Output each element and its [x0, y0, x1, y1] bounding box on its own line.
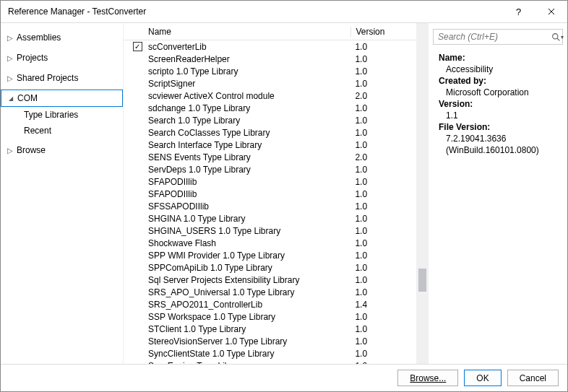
list-item[interactable]: SPPComApiLib 1.0 Type Library1.0	[124, 261, 429, 274]
list-item-name: ScreenReaderHelper	[145, 54, 350, 64]
list-item-version: 1.0	[350, 165, 418, 175]
list-item-name: SRS_APO_Universal 1.0 Type Library	[145, 287, 350, 297]
list-item[interactable]: SRS_APO_Universal 1.0 Type Library1.0	[124, 286, 429, 298]
list-scrollbar[interactable]	[416, 23, 429, 364]
list-item[interactable]: StereoVisionServer 1.0 Type Library1.0	[124, 335, 429, 347]
nav-subitem-type-libraries[interactable]: Type Libraries	[1, 107, 123, 123]
list-item-name: Sql Server Projects Extensibility Librar…	[145, 275, 350, 285]
list-item-version: 1.0	[350, 238, 418, 248]
chevron-right-icon: ▷	[7, 34, 14, 42]
chevron-right-icon: ▷	[7, 147, 14, 154]
list-item[interactable]: Search CoClasses Type Library1.0	[124, 126, 429, 139]
list-item[interactable]: SFAPODIIlib1.0	[124, 188, 429, 200]
list-item[interactable]: ScreenReaderHelper1.0	[124, 53, 429, 65]
list-item-name: SSP Workspace 1.0 Type Library	[145, 312, 350, 322]
close-button[interactable]	[535, 1, 567, 22]
reference-details: Name: Accessibility Created by: Microsof…	[429, 51, 567, 156]
list-item-name: SFAPODIIlib	[145, 177, 350, 187]
list-item-name: StereoVisionServer 1.0 Type Library	[145, 336, 350, 347]
nav-item-label: Browse	[17, 145, 46, 155]
list-item-version: 1.0	[350, 312, 418, 322]
nav-item-com[interactable]: ◢COM	[1, 90, 123, 107]
list-item-name: SyncEngine Type Library	[145, 361, 350, 365]
help-button[interactable]: ?	[502, 1, 535, 22]
list-item-checkbox[interactable]: ✓	[129, 42, 145, 51]
scrollbar-thumb[interactable]	[418, 269, 426, 292]
list-item[interactable]: Sql Server Projects Extensibility Librar…	[124, 274, 429, 286]
list-item-version: 1.0	[350, 336, 418, 347]
list-item[interactable]: SHGINA 1.0 Type Library1.0	[124, 212, 429, 225]
list-item-version: 1.0	[350, 66, 418, 77]
list-item-version: 1.0	[350, 275, 418, 285]
list-item[interactable]: SyncEngine Type Library1.0	[124, 360, 429, 364]
nav-item-label: COM	[17, 93, 38, 103]
list-item-name: sdchange 1.0 Type Library	[145, 103, 350, 113]
list-item[interactable]: Search Interface Type Library1.0	[124, 139, 429, 151]
chevron-right-icon: ▷	[7, 54, 14, 62]
list-item-name: SHGINA 1.0 Type Library	[145, 214, 350, 224]
nav-item-browse[interactable]: ▷Browse	[1, 141, 123, 159]
search-box[interactable]: ▾	[433, 29, 563, 45]
detail-filever-label: File Version:	[439, 121, 563, 133]
list-item[interactable]: SFAPODIIlib1.0	[124, 175, 429, 188]
list-item[interactable]: scripto 1.0 Type Library1.0	[124, 65, 429, 77]
reference-manager-window: Reference Manager - TestConverter ? ▷Ass…	[0, 0, 568, 392]
cancel-button[interactable]: Cancel	[507, 370, 559, 386]
list-item[interactable]: Search 1.0 Type Library1.0	[124, 114, 429, 126]
list-item[interactable]: SyncClientState 1.0 Type Library1.0	[124, 347, 429, 360]
list-item[interactable]: scviewer ActiveX Control module2.0	[124, 90, 429, 102]
browse-button[interactable]: Browse...	[397, 370, 458, 386]
detail-name-label: Name:	[439, 52, 563, 64]
search-icon[interactable]	[551, 30, 561, 44]
detail-createdby-value: Microsoft Corporation	[439, 87, 563, 98]
column-version[interactable]: Version	[350, 27, 418, 37]
list-item[interactable]: SPP WMI Provider 1.0 Type Library1.0	[124, 249, 429, 261]
list-item-name: SPP WMI Provider 1.0 Type Library	[145, 251, 350, 261]
close-icon	[548, 8, 555, 15]
list-item-version: 1.0	[350, 251, 418, 261]
reference-list[interactable]: ✓scConverterLib1.0ScreenReaderHelper1.0s…	[124, 40, 429, 364]
nav-item-projects[interactable]: ▷Projects	[1, 49, 123, 66]
nav-item-assemblies[interactable]: ▷Assemblies	[1, 29, 123, 46]
list-item[interactable]: SSP Workspace 1.0 Type Library1.0	[124, 310, 429, 323]
list-item-name: STClient 1.0 Type Library	[145, 324, 350, 334]
list-item[interactable]: ServDeps 1.0 Type Library1.0	[124, 163, 429, 175]
search-input[interactable]	[434, 32, 551, 42]
list-item-name: SFAPODIIlib	[145, 189, 350, 199]
list-item-version: 1.0	[350, 189, 418, 199]
ok-button[interactable]: OK	[464, 370, 501, 386]
nav-subitem-recent[interactable]: Recent	[1, 123, 123, 139]
list-item-version: 1.4	[350, 300, 418, 310]
list-item-version: 1.0	[350, 128, 418, 138]
list-item[interactable]: sdchange 1.0 Type Library1.0	[124, 102, 429, 114]
dialog-footer: Browse... OK Cancel	[1, 364, 567, 391]
list-item-version: 1.0	[350, 214, 418, 224]
list-item-version: 1.0	[350, 263, 418, 273]
list-item[interactable]: ScriptSigner1.0	[124, 77, 429, 90]
list-item-name: scviewer ActiveX Control module	[145, 91, 350, 101]
list-item[interactable]: SHGINA_USERS 1.0 Type Library1.0	[124, 225, 429, 237]
list-item[interactable]: SFSSAPODIIlib1.0	[124, 200, 429, 212]
detail-version-value: 1.1	[439, 110, 563, 121]
detail-version-label: Version:	[439, 98, 563, 110]
list-item[interactable]: ✓scConverterLib1.0	[124, 40, 429, 53]
list-item[interactable]: Shockwave Flash1.0	[124, 237, 429, 249]
list-item-version: 1.0	[350, 361, 418, 365]
checkbox-checked-icon[interactable]: ✓	[133, 42, 142, 51]
window-title: Reference Manager - TestConverter	[8, 6, 146, 17]
list-item-version: 1.0	[350, 79, 418, 89]
list-item-name: SyncClientState 1.0 Type Library	[145, 349, 350, 359]
nav-item-shared-projects[interactable]: ▷Shared Projects	[1, 69, 123, 87]
list-item[interactable]: STClient 1.0 Type Library1.0	[124, 323, 429, 335]
list-item-name: ServDeps 1.0 Type Library	[145, 165, 350, 175]
search-dropdown-icon[interactable]: ▾	[561, 34, 564, 40]
column-name[interactable]: Name	[145, 27, 350, 37]
list-item-version: 1.0	[350, 324, 418, 334]
svg-line-1	[557, 38, 559, 40]
list-item-version: 1.0	[350, 349, 418, 359]
list-item-name: SRS_APO2011_ControllerLib	[145, 300, 350, 310]
list-item-name: SFSSAPODIIlib	[145, 201, 350, 212]
list-item[interactable]: SRS_APO2011_ControllerLib1.4	[124, 298, 429, 310]
list-item[interactable]: SENS Events Type Library2.0	[124, 151, 429, 163]
list-item-name: Search Interface Type Library	[145, 140, 350, 150]
